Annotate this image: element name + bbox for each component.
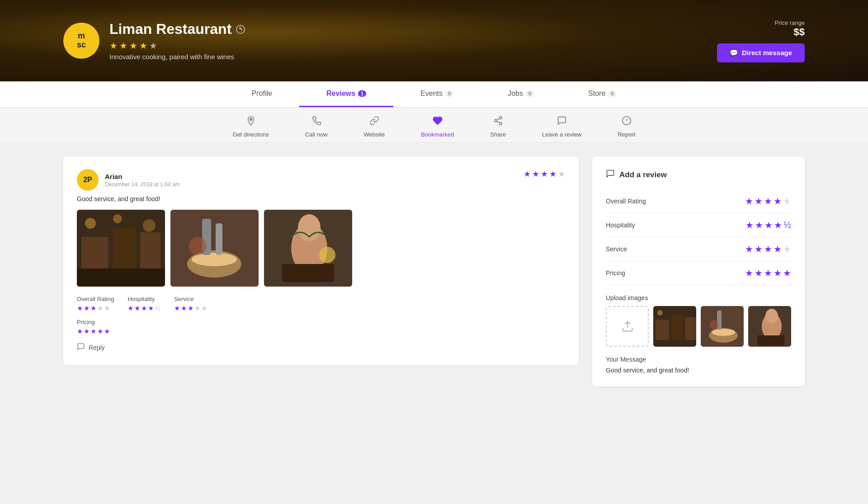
message-icon: 💬 [730,49,738,57]
reply-row[interactable]: Reply [77,343,565,353]
reviewer-date: December 14, 2018 at 1:04 am [105,181,179,188]
jobs-badge: 0 [526,90,534,97]
price-range-label: Price range [775,19,805,26]
svg-point-38 [710,320,719,330]
svg-point-33 [657,310,663,316]
get-directions-label: Get directions [233,131,269,138]
panel-overall-label: Overall Rating [606,198,646,205]
store-badge: 0 [608,90,616,97]
share-label: Share [490,131,506,138]
pricing-stars: ★ ★ ★ ★ ★ [77,327,565,335]
rating-col-pricing: Pricing ★ ★ ★ ★ ★ [77,319,565,335]
svg-point-36 [712,329,735,336]
action-get-directions[interactable]: Get directions [233,116,269,138]
nav-tabs: Profile Reviews 1 Events 0 Jobs 0 Store … [0,81,868,108]
reply-label: Reply [89,344,105,351]
edit-icon[interactable]: ✎ [236,25,245,34]
star-2: ★ [119,40,127,51]
phone-icon [311,116,321,128]
rstar-1: ★ [524,169,531,179]
action-share[interactable]: Share [490,116,506,138]
review-header: 2P Arian December 14, 2018 at 1:04 am ★ … [77,169,565,191]
message-text: Good service, and great food! [606,367,791,374]
svg-point-16 [143,219,156,232]
action-call-now[interactable]: Call now [305,116,328,138]
reply-icon [77,343,85,353]
svg-rect-12 [140,232,160,273]
service-label: Service [174,296,207,302]
review-section: 2P Arian December 14, 2018 at 1:04 am ★ … [63,156,579,446]
rating-col-service: Service ★ ★ ★ ★ ★ [174,296,207,312]
tab-reviews[interactable]: Reviews 1 [299,81,393,107]
panel-hospitality-label: Hospitality [606,221,635,229]
review-image-3 [264,210,352,287]
upload-thumb-2 [701,306,744,347]
action-website[interactable]: Website [364,116,385,138]
panel-overall-rating: Overall Rating ★ ★ ★ ★ ★ [606,189,791,213]
review-text: Good service, and great food! [77,195,565,203]
panel-title: Add a review [606,169,791,180]
upload-box[interactable] [606,306,649,347]
panel-overall-stars[interactable]: ★ ★ ★ ★ ★ [745,196,791,207]
svg-line-5 [497,118,500,120]
hero-right: Price range $$ 💬 Direct message [717,19,805,62]
svg-rect-13 [77,268,165,287]
action-leave-review[interactable]: Leave a review [542,116,581,138]
svg-point-1 [499,117,502,119]
rating-col-overall: Overall Rating ★ ★ ★ ★ ★ [77,296,114,312]
svg-rect-30 [656,320,669,340]
hospitality-label: Hospitality [127,296,160,302]
panel-hospitality: Hospitality ★ ★ ★ ★ ½ [606,213,791,237]
panel-pricing-stars[interactable]: ★ ★ ★ ★ ★ [745,268,791,278]
svg-rect-26 [282,264,334,282]
hero-tagline: Innovative cooking, paired with fine win… [109,53,717,61]
hero-section: m sc Liman Restaurant ✎ ★ ★ ★ ★ ★ Innova… [0,0,868,81]
message-section: Your Message Good service, and great foo… [606,356,791,374]
panel-service-stars[interactable]: ★ ★ ★ ★ ★ [745,244,791,254]
svg-rect-32 [685,317,696,340]
hospitality-stars: ★ ★ ★ ★ ½ [127,304,160,312]
website-label: Website [364,131,385,138]
rstar-2: ★ [532,169,539,179]
tab-jobs[interactable]: Jobs 0 [481,81,561,107]
heart-icon [433,116,443,128]
tab-profile[interactable]: Profile [225,81,299,107]
main-content: 2P Arian December 14, 2018 at 1:04 am ★ … [0,143,868,459]
report-label: Report [618,131,635,138]
upload-thumb-1 [653,306,696,347]
service-stars: ★ ★ ★ ★ ★ [174,304,207,312]
review-image-2 [170,210,259,287]
review-rating-rows: Overall Rating ★ ★ ★ ★ ★ Hospitality ★ ★… [77,296,565,312]
reviewer-name: Arian [105,173,179,180]
action-report[interactable]: Report [618,116,635,138]
upload-thumb-3 [748,306,791,347]
svg-point-14 [85,218,96,229]
panel-hospitality-stars[interactable]: ★ ★ ★ ★ ½ [745,220,791,231]
reviews-badge: 1 [358,90,366,97]
rstar-4: ★ [549,169,557,179]
report-icon [622,116,632,128]
svg-rect-21 [216,223,222,255]
message-label: Your Message [606,356,791,363]
panel-service: Service ★ ★ ★ ★ ★ [606,237,791,261]
panel-service-label: Service [606,245,627,253]
review-star-rating: ★ ★ ★ ★ ★ [524,169,565,179]
panel-pricing: Pricing ★ ★ ★ ★ ★ [606,261,791,285]
hero-stars: ★ ★ ★ ★ ★ [109,40,717,51]
location-icon [246,116,256,128]
tab-events[interactable]: Events 0 [393,81,481,107]
action-bookmarked[interactable]: Bookmarked [421,116,454,138]
tab-store[interactable]: Store 0 [561,81,643,107]
overall-rating-label: Overall Rating [77,296,114,302]
upload-label: Upload images [606,294,791,301]
price-range-value: $$ [775,26,805,38]
rating-col-hospitality: Hospitality ★ ★ ★ ★ ½ [127,296,160,312]
svg-point-22 [189,237,207,255]
rstar-5: ★ [558,169,565,179]
reviewer-info: 2P Arian December 14, 2018 at 1:04 am [77,169,179,191]
review-card: 2P Arian December 14, 2018 at 1:04 am ★ … [63,156,579,365]
review-image-1 [77,210,165,287]
direct-message-button[interactable]: 💬 Direct message [717,43,805,62]
pricing-label: Pricing [77,319,565,325]
svg-rect-31 [671,315,683,340]
